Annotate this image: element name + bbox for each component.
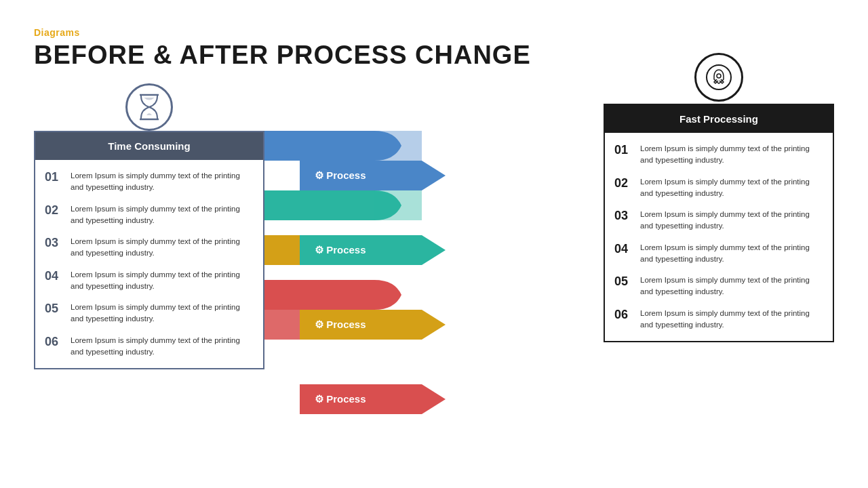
svg-marker-21 xyxy=(422,310,446,340)
left-item-num-1: 01 xyxy=(45,170,64,185)
svg-rect-5 xyxy=(259,220,374,235)
svg-marker-18 xyxy=(422,235,446,265)
right-item-text-6: Lorem Ipsum is simply dummy text of the … xyxy=(640,308,823,331)
right-box: Fast Processing 01 Lorem Ipsum is simply… xyxy=(604,104,834,342)
right-item-text-1: Lorem Ipsum is simply dummy text of the … xyxy=(640,143,823,167)
right-item-num-3: 03 xyxy=(614,209,633,224)
svg-text:⚙ Process: ⚙ Process xyxy=(315,244,366,256)
left-list-item: 01 Lorem Ipsum is simply dummy text of t… xyxy=(45,165,254,199)
svg-text:⚙ Process: ⚙ Process xyxy=(315,169,366,181)
right-item-text-4: Lorem Ipsum is simply dummy text of the … xyxy=(640,242,823,266)
svg-rect-8 xyxy=(259,280,374,310)
left-item-num-2: 02 xyxy=(45,203,64,218)
right-item-text-3: Lorem Ipsum is simply dummy text of the … xyxy=(640,209,823,232)
svg-rect-2 xyxy=(259,131,374,161)
right-item-text-2: Lorem Ipsum is simply dummy text of the … xyxy=(640,176,823,200)
left-item-num-3: 03 xyxy=(45,236,64,251)
svg-rect-11 xyxy=(374,190,422,220)
left-item-num-4: 04 xyxy=(45,269,64,284)
left-item-text-2: Lorem Ipsum is simply dummy text of the … xyxy=(71,203,254,227)
middle-diagram: ⚙ Process ⚙ Process ⚙ Process xyxy=(259,90,644,436)
right-list-item: 04 Lorem Ipsum is simply dummy text of t… xyxy=(614,237,823,270)
right-item-text-5: Lorem Ipsum is simply dummy text of the … xyxy=(640,274,823,298)
right-box-body: 01 Lorem Ipsum is simply dummy text of t… xyxy=(605,133,833,341)
right-list-item: 01 Lorem Ipsum is simply dummy text of t… xyxy=(614,138,823,171)
hourglass-icon xyxy=(125,83,173,131)
left-box: Time Consuming 01 Lorem Ipsum is simply … xyxy=(34,131,264,369)
svg-text:⚙ Process: ⚙ Process xyxy=(315,393,366,405)
left-list-item: 05 Lorem Ipsum is simply dummy text of t… xyxy=(45,297,254,330)
right-box-header: Fast Processing xyxy=(605,105,833,133)
left-item-text-1: Lorem Ipsum is simply dummy text of the … xyxy=(71,170,254,194)
left-item-text-3: Lorem Ipsum is simply dummy text of the … xyxy=(71,236,254,260)
right-item-num-1: 01 xyxy=(614,143,633,158)
left-list-item: 02 Lorem Ipsum is simply dummy text of t… xyxy=(45,199,254,232)
right-item-num-4: 04 xyxy=(614,242,633,257)
right-panel: Fast Processing 01 Lorem Ipsum is simply… xyxy=(604,104,834,436)
left-item-text-5: Lorem Ipsum is simply dummy text of the … xyxy=(71,302,254,325)
right-item-num-6: 06 xyxy=(614,308,633,323)
svg-rect-10 xyxy=(374,131,422,161)
left-list-item: 06 Lorem Ipsum is simply dummy text of t… xyxy=(45,330,254,363)
right-list-item: 05 Lorem Ipsum is simply dummy text of t… xyxy=(614,270,823,303)
process-diagram-svg: ⚙ Process ⚙ Process ⚙ Process xyxy=(259,131,557,463)
left-item-text-6: Lorem Ipsum is simply dummy text of the … xyxy=(71,335,254,359)
left-item-num-6: 06 xyxy=(45,335,64,350)
left-list-item: 04 Lorem Ipsum is simply dummy text of t… xyxy=(45,264,254,298)
left-list-item: 03 Lorem Ipsum is simply dummy text of t… xyxy=(45,231,254,264)
right-list-item: 06 Lorem Ipsum is simply dummy text of t… xyxy=(614,303,823,336)
left-box-body: 01 Lorem Ipsum is simply dummy text of t… xyxy=(35,160,263,368)
left-item-text-4: Lorem Ipsum is simply dummy text of the … xyxy=(71,269,254,293)
svg-marker-15 xyxy=(422,161,446,190)
right-item-num-5: 05 xyxy=(614,274,633,289)
right-list-item: 03 Lorem Ipsum is simply dummy text of t… xyxy=(614,204,823,237)
right-list-item: 02 Lorem Ipsum is simply dummy text of t… xyxy=(614,171,823,205)
left-item-num-5: 05 xyxy=(45,302,64,317)
svg-rect-4 xyxy=(259,190,374,220)
svg-marker-24 xyxy=(422,384,446,414)
left-panel: Time Consuming 01 Lorem Ipsum is simply … xyxy=(34,131,264,436)
svg-point-26 xyxy=(707,65,731,89)
svg-rect-7 xyxy=(259,265,374,280)
category-label: Diagrams xyxy=(34,27,834,38)
right-item-num-2: 02 xyxy=(614,176,633,191)
left-box-header: Time Consuming xyxy=(35,132,263,160)
svg-text:⚙ Process: ⚙ Process xyxy=(315,319,366,330)
slide: Diagrams BEFORE & AFTER PROCESS CHANGE T… xyxy=(0,0,868,488)
rocket-icon xyxy=(694,53,743,102)
